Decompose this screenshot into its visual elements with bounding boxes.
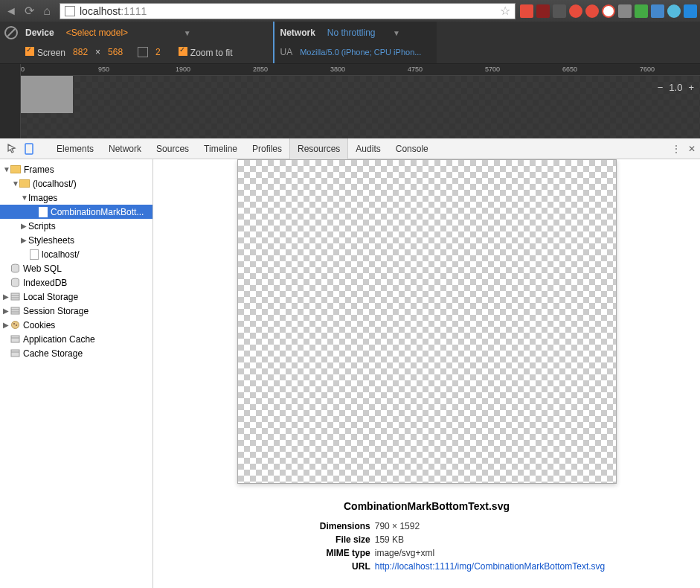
- ext-icon[interactable]: [651, 4, 664, 18]
- folder-icon: [10, 165, 21, 173]
- meta-url-link[interactable]: http://localhost:1111/img/CombinationMar…: [375, 560, 605, 573]
- meta-label: File size: [248, 533, 375, 546]
- ext-icon[interactable]: [667, 4, 681, 18]
- zoom-out-button[interactable]: −: [658, 82, 664, 93]
- svg-rect-6: [11, 307, 19, 314]
- meta-label: MIME type: [248, 546, 375, 560]
- image-preview: [237, 159, 617, 484]
- ua-value[interactable]: Mozilla/5.0 (iPhone; CPU iPhon...: [300, 48, 421, 57]
- preview-filename: CombinationMarkBottomText.svg: [344, 500, 510, 512]
- tree-stylesheets[interactable]: Stylesheets: [0, 233, 152, 247]
- tree-indexeddb[interactable]: IndexedDB: [0, 275, 152, 290]
- tab-timeline[interactable]: Timeline: [196, 138, 245, 159]
- tree-localstorage[interactable]: Local Storage: [0, 290, 152, 304]
- database-icon: [10, 263, 20, 273]
- ext-icon[interactable]: [520, 4, 533, 18]
- storage-icon: [10, 306, 20, 316]
- ext-icon[interactable]: [585, 4, 599, 18]
- meta-label: Dimensions: [248, 520, 375, 533]
- tree-websql[interactable]: Web SQL: [0, 261, 152, 275]
- storage-icon: [10, 348, 20, 358]
- extension-icons: [520, 4, 697, 18]
- screen-width[interactable]: 882: [73, 47, 88, 57]
- ext-icon[interactable]: [553, 4, 566, 18]
- zoom-fit-checkbox[interactable]: Zoom to fit: [179, 47, 233, 58]
- svg-rect-12: [11, 336, 19, 342]
- tree-selected-file[interactable]: CombinationMarkBott...: [0, 205, 152, 219]
- file-metadata: Dimensions790 × 1592 File size159 KB MIM…: [248, 520, 605, 573]
- tree-sessionstorage[interactable]: Session Storage: [0, 304, 152, 318]
- tree-frames[interactable]: Frames: [0, 162, 152, 176]
- tab-audits[interactable]: Audits: [348, 138, 388, 159]
- resources-sidebar: Frames (localhost/) Images CombinationMa…: [0, 159, 153, 588]
- svg-point-11: [16, 325, 17, 326]
- dpr-value[interactable]: 2: [155, 47, 161, 57]
- tree-appcache[interactable]: Application Cache: [0, 332, 152, 346]
- page-icon: [65, 6, 75, 16]
- tree-localhost-file[interactable]: localhost/: [0, 247, 152, 261]
- back-button[interactable]: ◄: [3, 3, 19, 19]
- cookie-icon: [10, 320, 20, 330]
- tab-sources[interactable]: Sources: [149, 138, 196, 159]
- device-model-select[interactable]: <Select model>▼: [62, 26, 196, 39]
- meta-dimensions: 790 × 1592: [375, 520, 420, 533]
- folder-icon: [19, 179, 30, 188]
- ext-icon[interactable]: [684, 4, 697, 18]
- storage-icon: [10, 334, 20, 344]
- file-icon: [39, 207, 48, 217]
- network-label: Network: [280, 28, 315, 38]
- horizontal-ruler: 0 950 1900 2850 3800 4750 5700 6650 7600: [21, 64, 700, 76]
- svg-rect-3: [11, 293, 19, 300]
- bookmark-star-icon[interactable]: ☆: [500, 4, 510, 18]
- throttling-select[interactable]: No throttling▼: [323, 26, 405, 39]
- tab-resources[interactable]: Resources: [289, 138, 348, 159]
- svg-point-10: [13, 323, 15, 325]
- vertical-ruler: [0, 64, 21, 138]
- reload-button[interactable]: ⟳: [21, 3, 37, 19]
- ext-icon[interactable]: [618, 4, 632, 18]
- tree-cachestorage[interactable]: Cache Storage: [0, 346, 152, 360]
- svg-rect-0: [25, 144, 33, 154]
- url-text: localhost:1111: [80, 5, 147, 17]
- screen-checkbox[interactable]: Screen: [25, 47, 65, 58]
- meta-filesize: 159 KB: [375, 533, 404, 546]
- tab-network[interactable]: Network: [101, 138, 149, 159]
- svg-point-9: [12, 322, 19, 329]
- device-mode-icon[interactable]: [21, 141, 37, 157]
- zoom-level: 1.0: [669, 82, 682, 93]
- tree-scripts[interactable]: Scripts: [0, 219, 152, 233]
- database-icon: [10, 278, 20, 287]
- ext-icon[interactable]: [602, 4, 615, 18]
- screen-height[interactable]: 568: [108, 47, 123, 57]
- times-symbol: ×: [95, 47, 100, 57]
- tree-cookies[interactable]: Cookies: [0, 318, 152, 332]
- svg-rect-14: [11, 350, 19, 357]
- viewport-mini: [21, 76, 73, 113]
- tab-elements[interactable]: Elements: [49, 138, 101, 159]
- zoom-in-button[interactable]: +: [688, 82, 694, 93]
- abp-icon[interactable]: [569, 4, 582, 18]
- tab-profiles[interactable]: Profiles: [245, 138, 289, 159]
- tree-images[interactable]: Images: [0, 191, 152, 205]
- tree-localhost[interactable]: (localhost/): [0, 176, 152, 191]
- file-icon: [30, 249, 39, 260]
- url-bar[interactable]: localhost:1111 ☆: [60, 3, 516, 19]
- close-devtools-icon[interactable]: ✕: [688, 144, 696, 154]
- viewport-preview[interactable]: [21, 76, 700, 138]
- storage-icon: [10, 292, 20, 301]
- dpr-icon: [138, 47, 148, 57]
- meta-mimetype: image/svg+xml: [375, 546, 434, 560]
- tab-console[interactable]: Console: [388, 138, 436, 159]
- ua-label: UA: [280, 47, 293, 57]
- disable-icon[interactable]: [4, 26, 18, 39]
- inspect-icon[interactable]: [4, 141, 21, 157]
- meta-label: URL: [248, 560, 375, 573]
- kebab-menu-icon[interactable]: ⋮: [672, 144, 681, 154]
- home-button[interactable]: ⌂: [39, 3, 55, 19]
- device-label: Device: [25, 28, 54, 38]
- ext-icon[interactable]: [635, 4, 648, 18]
- ext-icon[interactable]: [536, 4, 550, 18]
